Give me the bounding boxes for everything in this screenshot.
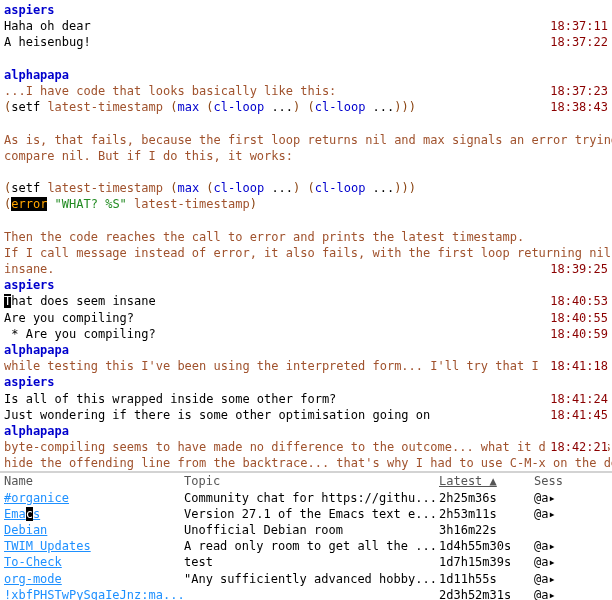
chat-line: byte-compiling seems to have made no dif… (4, 439, 608, 455)
room-topic (184, 587, 439, 600)
room-topic: "Any sufficiently advanced hobby... (184, 571, 439, 587)
chat-line: alphapapa (4, 342, 608, 358)
chat-line: (setf latest-timestamp (max (cl-loop ...… (4, 99, 608, 115)
narration: while testing this I've been using the i… (4, 359, 582, 373)
chat-line: alphapapa (4, 423, 608, 439)
narration: ...I have code that looks basically like… (4, 84, 336, 98)
narration: As is, that fails, because the first loo… (4, 133, 612, 147)
narration: If I call message instead of error, it a… (4, 246, 612, 260)
room-topic: Unofficial Debian room (184, 522, 439, 538)
room-latest: 1d4h55m30s (439, 538, 534, 554)
chat-line: hide the offending line from the backtra… (4, 455, 608, 471)
timestamp: 18:37:23 (546, 83, 608, 99)
room-latest: 2h25m36s (439, 490, 534, 506)
nick: aspiers (4, 278, 55, 292)
room-name[interactable]: To-Check (4, 554, 184, 570)
timestamp: 18:41:18 (546, 358, 608, 374)
col-header-name: Name (4, 473, 184, 489)
room-sess: @a▸ (534, 506, 608, 522)
chat-line: Then the code reaches the call to error … (4, 229, 608, 245)
chat-line: As is, that fails, because the first loo… (4, 132, 608, 148)
chat-line: while testing this I've been using the i… (4, 358, 608, 374)
room-sess: @a▸ (534, 554, 608, 570)
msg-text: A heisenbug! (4, 35, 91, 49)
chat-line: A heisenbug!18:37:22 (4, 34, 608, 50)
col-header-topic: Topic (184, 473, 439, 489)
room-name[interactable]: Debian (4, 522, 184, 538)
chat-line (4, 115, 608, 131)
timestamp: 18:40:59 (546, 326, 608, 342)
rooms-header: Name Topic Latest ▲ Sess (4, 473, 608, 489)
nick: aspiers (4, 375, 55, 389)
cursor: T (4, 294, 11, 308)
nick: alphapapa (4, 343, 69, 357)
room-row[interactable]: DebianUnofficial Debian room3h16m22s (4, 522, 608, 538)
chat-line: Is all of this wrapped inside some other… (4, 391, 608, 407)
room-name[interactable]: TWIM Updates (4, 538, 184, 554)
timestamp: 18:40:53 (546, 293, 608, 309)
timestamp: 18:39:25 (546, 261, 608, 277)
chat-line: (error "WHAT? %S" latest-timestamp) (4, 196, 608, 212)
col-header-sess: Sess (534, 473, 608, 489)
chat-line: aspiers (4, 2, 608, 18)
chat-line: * Are you compiling?18:40:59 (4, 326, 608, 342)
chat-line: That does seem insane18:40:53 (4, 293, 608, 309)
error-symbol: error (11, 197, 47, 211)
chat-line (4, 212, 608, 228)
room-row[interactable]: !xbfPHSTwPySgaIeJnz:ma...2d3h52m31s@a▸ (4, 587, 608, 600)
chat-line: alphapapa (4, 67, 608, 83)
nick: alphapapa (4, 68, 69, 82)
narration: Then the code reaches the call to error … (4, 230, 524, 244)
room-row[interactable]: #organiceCommunity chat for https://gith… (4, 490, 608, 506)
timestamp: 18:37:22 (546, 34, 608, 50)
narration: hide the offending line from the backtra… (4, 456, 612, 470)
nick: alphapapa (4, 424, 69, 438)
chat-line: ...I have code that looks basically like… (4, 83, 608, 99)
narration: compare nil. But if I do this, it works: (4, 149, 293, 163)
room-topic: A read only room to get all the ... (184, 538, 439, 554)
narration: insane. (4, 262, 55, 276)
room-latest: 2d3h52m31s (439, 587, 534, 600)
chat-line: (setf latest-timestamp (max (cl-loop ...… (4, 180, 608, 196)
room-latest: 2h53m11s (439, 506, 534, 522)
chat-line: Just wondering if there is some other op… (4, 407, 608, 423)
room-latest: 1d7h15m39s (439, 554, 534, 570)
col-header-latest[interactable]: Latest ▲ (439, 473, 534, 489)
msg-text: Just wondering if there is some other op… (4, 408, 430, 422)
chat-pane[interactable]: aspiersHaha oh dear18:37:11A heisenbug!1… (0, 0, 612, 471)
room-name[interactable]: !xbfPHSTwPySgaIeJnz:ma... (4, 587, 184, 600)
room-name[interactable]: Emacs (4, 506, 184, 522)
room-sess: @a▸ (534, 571, 608, 587)
room-sess: @a▸ (534, 538, 608, 554)
room-topic: test (184, 554, 439, 570)
room-row[interactable]: EmacsVersion 27.1 of the Emacs text e...… (4, 506, 608, 522)
msg-text: Are you compiling? (4, 311, 134, 325)
narration: byte-compiling seems to have made no dif… (4, 440, 611, 454)
room-name[interactable]: org-mode (4, 571, 184, 587)
chat-line: Haha oh dear18:37:11 (4, 18, 608, 34)
msg-text: Haha oh dear (4, 19, 91, 33)
room-sess: @a▸ (534, 587, 608, 600)
chat-line: aspiers (4, 277, 608, 293)
chat-line: compare nil. But if I do this, it works: (4, 148, 608, 164)
timestamp: 18:40:55 (546, 310, 608, 326)
room-row[interactable]: To-Checktest1d7h15m39s@a▸ (4, 554, 608, 570)
chat-line: aspiers (4, 374, 608, 390)
room-name[interactable]: #organice (4, 490, 184, 506)
timestamp: 18:38:43 (546, 99, 608, 115)
room-sess: @a▸ (534, 490, 608, 506)
msg-text: * Are you compiling? (4, 327, 156, 341)
timestamp: 18:41:24 (546, 391, 608, 407)
room-row[interactable]: TWIM UpdatesA read only room to get all … (4, 538, 608, 554)
room-topic: Version 27.1 of the Emacs text e... (184, 506, 439, 522)
chat-line: Are you compiling?18:40:55 (4, 310, 608, 326)
room-row[interactable]: org-mode"Any sufficiently advanced hobby… (4, 571, 608, 587)
room-sess (534, 522, 608, 538)
msg-text: Is all of this wrapped inside some other… (4, 392, 336, 406)
timestamp: 18:37:11 (546, 18, 608, 34)
timestamp: 18:42:21 (546, 439, 608, 455)
chat-line: If I call message instead of error, it a… (4, 245, 608, 261)
rooms-pane[interactable]: Name Topic Latest ▲ Sess #organiceCommun… (0, 473, 612, 600)
chat-line: insane.18:39:25 (4, 261, 608, 277)
nick: aspiers (4, 3, 55, 17)
